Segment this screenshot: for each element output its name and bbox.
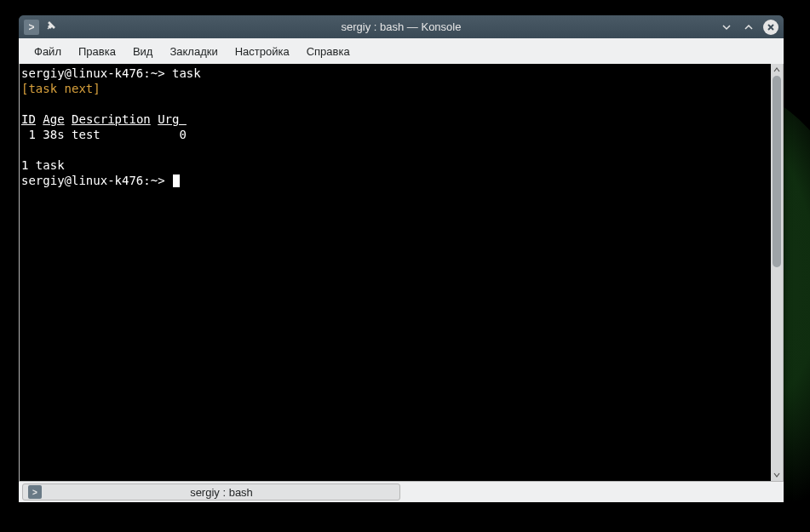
prompt-line: sergiy@linux-k476:~> task bbox=[21, 66, 201, 80]
terminal-icon: > bbox=[28, 485, 42, 499]
tabbar: > sergiy : bash bbox=[19, 482, 784, 502]
task-next-label: [task next] bbox=[21, 82, 101, 95]
menu-help[interactable]: Справка bbox=[298, 42, 359, 61]
pin-icon[interactable] bbox=[46, 20, 56, 33]
scrollbar-thumb[interactable] bbox=[773, 76, 781, 267]
scrollbar[interactable] bbox=[771, 64, 783, 481]
app-icon: > bbox=[24, 20, 39, 35]
terminal-area: sergiy@linux-k476:~> task [task next] ID… bbox=[19, 64, 784, 482]
maximize-button[interactable] bbox=[741, 20, 756, 35]
task-headers: ID Age Description Urg bbox=[21, 112, 187, 126]
tab-label: sergiy : bash bbox=[49, 486, 394, 499]
menu-file[interactable]: Файл bbox=[26, 42, 70, 61]
terminal-cursor bbox=[173, 174, 180, 187]
menu-bookmarks[interactable]: Закладки bbox=[161, 42, 226, 61]
window-controls bbox=[719, 20, 778, 35]
scrollbar-up-arrow[interactable] bbox=[771, 64, 783, 76]
konsole-window: > sergiy : bash — Konsole Файл Правка Ви… bbox=[19, 15, 784, 502]
menu-view[interactable]: Вид bbox=[124, 42, 162, 61]
menu-edit[interactable]: Правка bbox=[70, 42, 124, 61]
task-summary: 1 task bbox=[21, 158, 65, 172]
titlebar-left: > bbox=[24, 20, 56, 35]
task-row: 1 38s test 0 bbox=[21, 128, 187, 141]
menubar: Файл Правка Вид Закладки Настройка Справ… bbox=[19, 38, 784, 64]
scrollbar-track[interactable] bbox=[771, 76, 783, 469]
prompt-line-current: sergiy@linux-k476:~> bbox=[21, 174, 180, 187]
close-button[interactable] bbox=[763, 20, 778, 35]
scrollbar-down-arrow[interactable] bbox=[771, 469, 783, 481]
window-title: sergiy : bash — Konsole bbox=[342, 20, 462, 33]
titlebar[interactable]: > sergiy : bash — Konsole bbox=[19, 15, 784, 38]
minimize-button[interactable] bbox=[719, 20, 734, 35]
terminal[interactable]: sergiy@linux-k476:~> task [task next] ID… bbox=[20, 64, 771, 481]
tab-bash[interactable]: > sergiy : bash bbox=[22, 483, 400, 501]
menu-settings[interactable]: Настройка bbox=[227, 42, 298, 61]
